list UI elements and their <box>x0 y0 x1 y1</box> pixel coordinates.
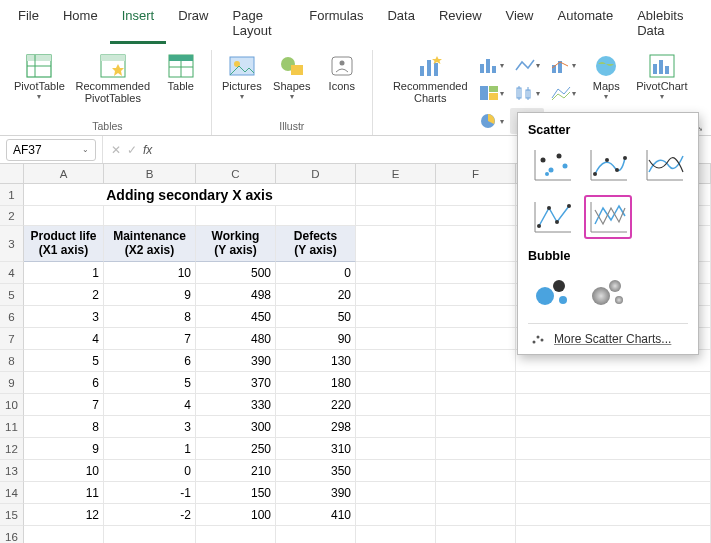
cell[interactable]: 10 <box>24 460 104 482</box>
cell[interactable]: 0 <box>276 262 356 284</box>
row-header[interactable]: 4 <box>0 262 24 284</box>
cell[interactable] <box>104 526 196 543</box>
icons-button[interactable]: Icons <box>318 50 366 94</box>
menu-item-page-layout[interactable]: Page Layout <box>221 4 298 44</box>
cancel-icon[interactable]: ✕ <box>111 143 121 157</box>
cell[interactable]: 220 <box>276 394 356 416</box>
cell[interactable] <box>356 482 436 504</box>
scatter-straight-markers-option[interactable] <box>528 195 576 239</box>
cell[interactable] <box>24 206 104 226</box>
cell[interactable]: 500 <box>196 262 276 284</box>
line-chart-button[interactable]: ▾ <box>510 52 544 78</box>
menu-item-file[interactable]: File <box>6 4 51 44</box>
cell[interactable]: 298 <box>276 416 356 438</box>
cell[interactable] <box>436 226 516 262</box>
cell[interactable]: 390 <box>276 482 356 504</box>
cell[interactable] <box>276 526 356 543</box>
cell[interactable]: 480 <box>196 328 276 350</box>
bubble-3d-option[interactable] <box>584 269 632 313</box>
pivot-table-button[interactable]: PivotTable ▾ <box>10 50 69 103</box>
cell[interactable] <box>436 184 516 206</box>
row-header[interactable]: 6 <box>0 306 24 328</box>
cell[interactable] <box>436 350 516 372</box>
cell[interactable] <box>356 226 436 262</box>
table-header-cell[interactable]: Defects(Y axis) <box>276 226 356 262</box>
cell[interactable] <box>436 284 516 306</box>
cell[interactable]: 410 <box>276 504 356 526</box>
cell[interactable] <box>356 184 436 206</box>
cell[interactable]: 7 <box>104 328 196 350</box>
pie-chart-button[interactable]: ▾ <box>474 108 508 134</box>
cell[interactable] <box>356 206 436 226</box>
col-header[interactable]: B <box>104 164 196 184</box>
cell[interactable]: 330 <box>196 394 276 416</box>
shapes-button[interactable]: Shapes ▾ <box>268 50 316 103</box>
cell[interactable]: 1 <box>104 438 196 460</box>
cell[interactable] <box>356 460 436 482</box>
cell[interactable]: 8 <box>24 416 104 438</box>
row-header[interactable]: 2 <box>0 206 24 226</box>
cell[interactable] <box>356 526 436 543</box>
select-all-corner[interactable] <box>0 164 24 184</box>
cell[interactable]: 130 <box>276 350 356 372</box>
cell[interactable]: -2 <box>104 504 196 526</box>
row-header[interactable]: 14 <box>0 482 24 504</box>
cell[interactable] <box>24 526 104 543</box>
cell[interactable] <box>436 504 516 526</box>
cell[interactable] <box>436 460 516 482</box>
cell[interactable] <box>436 438 516 460</box>
cell[interactable]: 12 <box>24 504 104 526</box>
cell[interactable] <box>356 262 436 284</box>
stat-chart-button[interactable]: ▾ <box>510 80 544 106</box>
table-button[interactable]: Table <box>157 50 205 94</box>
row-header[interactable]: 12 <box>0 438 24 460</box>
table-header-cell[interactable]: Product life(X1 axis) <box>24 226 104 262</box>
name-box[interactable]: AF37 ⌄ <box>6 139 96 161</box>
cell[interactable] <box>436 372 516 394</box>
row-header[interactable]: 7 <box>0 328 24 350</box>
scatter-smooth-markers-option[interactable] <box>584 143 632 187</box>
cell[interactable] <box>104 206 196 226</box>
combo-chart-button[interactable]: ▾ <box>546 52 580 78</box>
col-header[interactable]: C <box>196 164 276 184</box>
col-header[interactable]: A <box>24 164 104 184</box>
cell[interactable] <box>436 306 516 328</box>
cell[interactable] <box>436 262 516 284</box>
cell[interactable]: 150 <box>196 482 276 504</box>
cell[interactable] <box>516 460 711 482</box>
cell[interactable]: 370 <box>196 372 276 394</box>
cell[interactable] <box>516 394 711 416</box>
cell[interactable]: -1 <box>104 482 196 504</box>
accept-icon[interactable]: ✓ <box>127 143 137 157</box>
cell[interactable] <box>516 526 711 543</box>
cell[interactable]: 5 <box>24 350 104 372</box>
cell[interactable]: 300 <box>196 416 276 438</box>
cell[interactable]: 250 <box>196 438 276 460</box>
menu-item-ablebits-data[interactable]: Ablebits Data <box>625 4 705 44</box>
cell[interactable] <box>356 372 436 394</box>
col-header[interactable]: D <box>276 164 356 184</box>
cell[interactable] <box>196 206 276 226</box>
cell[interactable]: 20 <box>276 284 356 306</box>
menu-item-draw[interactable]: Draw <box>166 4 220 44</box>
cell[interactable] <box>516 438 711 460</box>
title-cell[interactable]: Adding secondary X axis <box>24 184 356 206</box>
cell[interactable]: 9 <box>24 438 104 460</box>
recommended-pivot-button[interactable]: Recommended PivotTables <box>71 50 155 106</box>
menu-item-formulas[interactable]: Formulas <box>297 4 375 44</box>
menu-item-automate[interactable]: Automate <box>545 4 625 44</box>
cell[interactable]: 310 <box>276 438 356 460</box>
cell[interactable]: 8 <box>104 306 196 328</box>
menu-item-data[interactable]: Data <box>375 4 426 44</box>
fx-icon[interactable]: fx <box>143 143 152 157</box>
cell[interactable]: 5 <box>104 372 196 394</box>
row-header[interactable]: 8 <box>0 350 24 372</box>
cell[interactable]: 2 <box>24 284 104 306</box>
column-chart-button[interactable]: ▾ <box>474 52 508 78</box>
cell[interactable] <box>516 416 711 438</box>
cell[interactable]: 9 <box>104 284 196 306</box>
row-header[interactable]: 1 <box>0 184 24 206</box>
row-header[interactable]: 10 <box>0 394 24 416</box>
cell[interactable]: 50 <box>276 306 356 328</box>
cell[interactable]: 1 <box>24 262 104 284</box>
